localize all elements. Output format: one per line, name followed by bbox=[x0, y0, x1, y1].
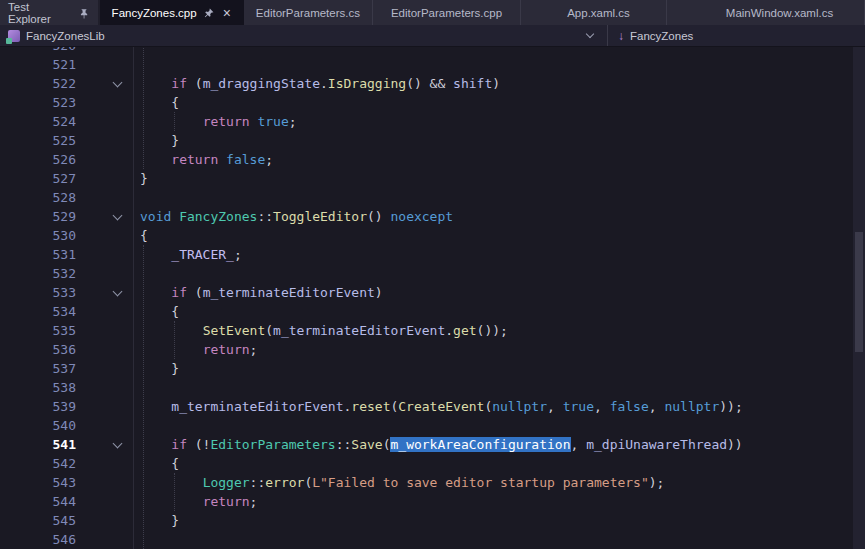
code-text: m_terminateEditorEvent.reset(CreateEvent… bbox=[140, 397, 743, 416]
line-number[interactable]: 523 bbox=[0, 93, 76, 112]
code-line[interactable]: 522 if (m_draggingState.IsDragging() && … bbox=[0, 74, 853, 93]
line-number[interactable]: 526 bbox=[0, 150, 76, 169]
code-line[interactable]: 531 _TRACER_; bbox=[0, 245, 853, 264]
fold-chevron-icon[interactable] bbox=[113, 211, 123, 221]
code-line[interactable]: 545 } bbox=[0, 511, 853, 530]
line-number[interactable]: 537 bbox=[0, 359, 76, 378]
code-line[interactable]: 520 bbox=[0, 47, 853, 55]
scrollbar[interactable] bbox=[853, 47, 865, 549]
code-line[interactable]: 543 Logger::error(L"Failed to save edito… bbox=[0, 473, 853, 492]
fold-chevron-icon[interactable] bbox=[113, 439, 123, 449]
project-selector[interactable]: FancyZonesLib bbox=[0, 25, 608, 46]
code-line[interactable]: 528 bbox=[0, 188, 853, 207]
code-text: void FancyZones::ToggleEditor() noexcept bbox=[140, 207, 453, 226]
code-text: return; bbox=[140, 340, 257, 359]
scrollbar-thumb[interactable] bbox=[855, 232, 863, 352]
fold-margin bbox=[76, 473, 140, 492]
line-number[interactable]: 534 bbox=[0, 302, 76, 321]
code-line[interactable]: 534 { bbox=[0, 302, 853, 321]
code-text: { bbox=[140, 93, 179, 112]
pin-icon[interactable] bbox=[203, 7, 215, 19]
code-line[interactable]: 530{ bbox=[0, 226, 853, 245]
code-text: if (m_terminateEditorEvent) bbox=[140, 283, 383, 302]
pin-icon[interactable] bbox=[78, 7, 90, 19]
line-number[interactable]: 528 bbox=[0, 188, 76, 207]
line-number[interactable]: 529 bbox=[0, 207, 76, 226]
fold-chevron-icon[interactable] bbox=[113, 78, 123, 88]
code-line[interactable]: 535 SetEvent(m_terminateEditorEvent.get(… bbox=[0, 321, 853, 340]
line-number[interactable]: 541 bbox=[0, 435, 76, 454]
code-line[interactable]: 544 return; bbox=[0, 492, 853, 511]
line-number[interactable]: 525 bbox=[0, 131, 76, 150]
fold-margin bbox=[76, 302, 140, 321]
line-number[interactable]: 542 bbox=[0, 454, 76, 473]
line-number[interactable]: 520 bbox=[0, 47, 76, 55]
tab-editorparameters-cpp[interactable]: EditorParameters.cpp bbox=[373, 0, 521, 25]
code-text: if (!EditorParameters::Save(m_workAreaCo… bbox=[140, 435, 743, 454]
code-line[interactable]: 529void FancyZones::ToggleEditor() noexc… bbox=[0, 207, 853, 226]
code-line[interactable]: 526 return false; bbox=[0, 150, 853, 169]
scope-selector[interactable]: ↓ FancyZones bbox=[608, 25, 865, 46]
code-line[interactable]: 541 if (!EditorParameters::Save(m_workAr… bbox=[0, 435, 853, 454]
line-number[interactable]: 527 bbox=[0, 169, 76, 188]
code-line[interactable]: 539 m_terminateEditorEvent.reset(CreateE… bbox=[0, 397, 853, 416]
line-number[interactable]: 535 bbox=[0, 321, 76, 340]
line-number[interactable]: 536 bbox=[0, 340, 76, 359]
fold-chevron-icon[interactable] bbox=[113, 287, 123, 297]
code-lines: 520521522 if (m_draggingState.IsDragging… bbox=[0, 47, 853, 549]
fold-margin bbox=[76, 131, 140, 150]
fold-margin bbox=[76, 74, 140, 93]
tab-fancyzones-cpp[interactable]: FancyZones.cpp × bbox=[100, 0, 244, 25]
code-text: { bbox=[140, 454, 179, 473]
code-text: } bbox=[140, 359, 179, 378]
line-number[interactable]: 540 bbox=[0, 416, 76, 435]
fold-margin bbox=[76, 245, 140, 264]
line-number[interactable]: 544 bbox=[0, 492, 76, 511]
line-number[interactable]: 545 bbox=[0, 511, 76, 530]
tab-bar: Test Explorer FancyZones.cpp × EditorPar… bbox=[0, 0, 865, 25]
tab-app-xaml-cs[interactable]: App.xaml.cs bbox=[531, 0, 667, 25]
line-number[interactable]: 546 bbox=[0, 530, 76, 549]
line-number[interactable]: 530 bbox=[0, 226, 76, 245]
tab-test-explorer[interactable]: Test Explorer bbox=[0, 0, 100, 25]
code-line[interactable]: 536 return; bbox=[0, 340, 853, 359]
code-line[interactable]: 538 bbox=[0, 378, 853, 397]
code-line[interactable]: 542 { bbox=[0, 454, 853, 473]
code-line[interactable]: 546 bbox=[0, 530, 853, 549]
line-number[interactable]: 524 bbox=[0, 112, 76, 131]
code-line[interactable]: 523 { bbox=[0, 93, 853, 112]
code-line[interactable]: 533 if (m_terminateEditorEvent) bbox=[0, 283, 853, 302]
code-line[interactable]: 537 } bbox=[0, 359, 853, 378]
fold-margin bbox=[76, 226, 140, 245]
code-editor[interactable]: 520521522 if (m_draggingState.IsDragging… bbox=[0, 47, 865, 549]
close-icon[interactable]: × bbox=[223, 6, 231, 20]
line-number[interactable]: 538 bbox=[0, 378, 76, 397]
line-number[interactable]: 532 bbox=[0, 264, 76, 283]
fold-margin bbox=[76, 435, 140, 454]
fold-margin bbox=[76, 150, 140, 169]
code-line[interactable]: 540 bbox=[0, 416, 853, 435]
line-number[interactable]: 522 bbox=[0, 74, 76, 93]
fold-margin bbox=[76, 188, 140, 207]
fold-margin bbox=[76, 359, 140, 378]
fold-margin bbox=[76, 264, 140, 283]
code-line[interactable]: 527} bbox=[0, 169, 853, 188]
code-text: { bbox=[140, 226, 148, 245]
line-number[interactable]: 539 bbox=[0, 397, 76, 416]
line-number[interactable]: 543 bbox=[0, 473, 76, 492]
tab-editorparameters-cs[interactable]: EditorParameters.cs bbox=[244, 0, 373, 25]
scope-name: FancyZones bbox=[630, 30, 693, 42]
line-number[interactable]: 531 bbox=[0, 245, 76, 264]
code-text: return false; bbox=[140, 150, 273, 169]
tab-mainwindow-xaml-cs[interactable]: MainWindow.xaml.cs bbox=[695, 0, 865, 25]
fold-margin bbox=[76, 511, 140, 530]
line-number[interactable]: 521 bbox=[0, 55, 76, 74]
chevron-down-icon[interactable] bbox=[586, 30, 594, 38]
code-line[interactable]: 532 bbox=[0, 264, 853, 283]
fold-margin bbox=[76, 397, 140, 416]
code-line[interactable]: 521 bbox=[0, 55, 853, 74]
code-line[interactable]: 524 return true; bbox=[0, 112, 853, 131]
fold-margin bbox=[76, 169, 140, 188]
code-line[interactable]: 525 } bbox=[0, 131, 853, 150]
line-number[interactable]: 533 bbox=[0, 283, 76, 302]
